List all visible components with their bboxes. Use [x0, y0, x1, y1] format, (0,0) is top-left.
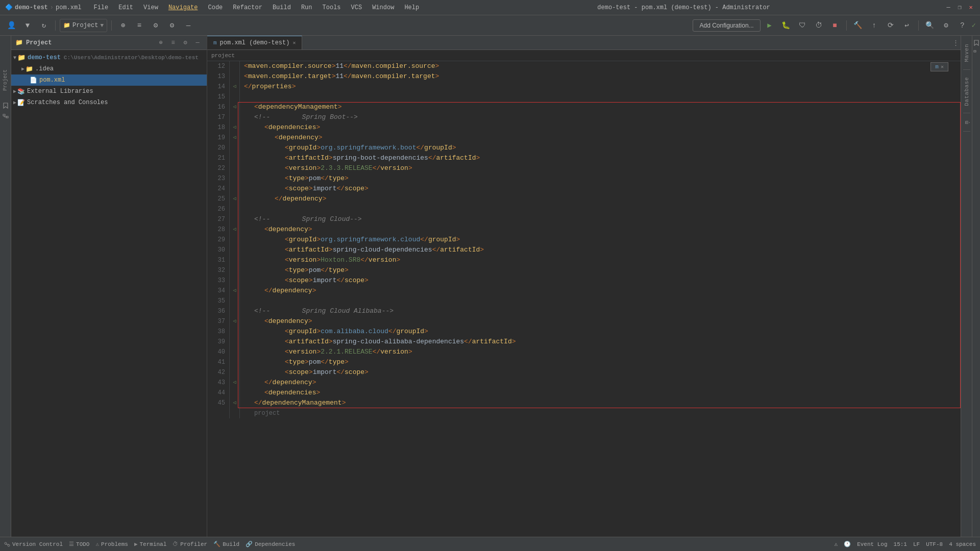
structure-icon-left[interactable]: [2, 113, 9, 120]
close-button[interactable]: ✕: [967, 4, 975, 12]
settings-icon[interactable]: ⚙: [149, 18, 163, 33]
todo-label: TODO: [76, 541, 89, 547]
history-button[interactable]: ⟳: [884, 18, 898, 33]
collapse-all-icon[interactable]: ≡: [132, 18, 146, 33]
menu-build[interactable]: Build: [268, 3, 295, 12]
gutter-34[interactable]: ◁: [230, 286, 239, 296]
menu-code[interactable]: Code: [204, 3, 227, 12]
line-ending-button[interactable]: LF: [913, 541, 920, 547]
encoding-button[interactable]: UTF-8: [926, 541, 943, 547]
maven-close-icon[interactable]: ✕: [941, 64, 944, 70]
gutter-28[interactable]: ◁: [230, 224, 239, 235]
database-tab[interactable]: Database: [963, 73, 971, 110]
terminal-icon: ▶: [134, 541, 138, 547]
gutter-24: [230, 184, 239, 194]
dependencies-button[interactable]: 🔗 Dependencies: [246, 541, 295, 547]
gutter-25[interactable]: ◁: [230, 194, 239, 204]
minimize-button[interactable]: —: [944, 4, 952, 12]
update-button[interactable]: ↑: [867, 18, 881, 33]
indent-button[interactable]: 4 spaces: [949, 541, 976, 547]
gutter-17: [230, 112, 239, 122]
menu-run[interactable]: Run: [297, 3, 316, 12]
tree-idea-item[interactable]: ▶ 📁 .idea: [11, 63, 207, 74]
gutter-33: [230, 276, 239, 286]
account-icon[interactable]: 👤: [4, 18, 18, 33]
position-indicator[interactable]: 15:1: [894, 541, 907, 547]
menu-help[interactable]: Help: [400, 3, 423, 12]
gutter-45[interactable]: ◁: [230, 398, 239, 408]
search-everywhere-icon[interactable]: 🔍: [923, 18, 937, 33]
settings2-icon[interactable]: ⚙: [939, 18, 953, 33]
panel-close-icon[interactable]: —: [192, 38, 203, 48]
build-button[interactable]: 🔨: [851, 18, 865, 33]
close-panel-icon[interactable]: —: [181, 18, 195, 33]
tree-pomxml-item[interactable]: 📄 pom.xml: [11, 74, 207, 86]
status-warning-icon[interactable]: ⚠: [835, 541, 838, 547]
build-button-status[interactable]: 🔨 Build: [213, 541, 239, 547]
menu-tools[interactable]: Tools: [318, 3, 345, 12]
gutter-43[interactable]: ◁: [230, 378, 239, 388]
sidebar-right-icon[interactable]: [973, 40, 979, 46]
terminal-button[interactable]: ▶ Terminal: [134, 541, 166, 547]
m-tab[interactable]: m̦: [962, 116, 971, 128]
tab-more-icon[interactable]: ⋮: [950, 36, 961, 50]
editor-content[interactable]: m ✕ 12 13 14 15 16 17 18 19 20 21 22 23: [207, 61, 961, 537]
menu-refactor[interactable]: Refactor: [229, 3, 266, 12]
gear-icon[interactable]: ⚙: [165, 18, 179, 33]
code-line-29: <groupId>org.springframework.cloud</grou…: [244, 235, 957, 245]
locate-icon[interactable]: ⊕: [116, 18, 130, 33]
scratches-label: Scratches and Consoles: [27, 99, 108, 106]
tab-pomxml[interactable]: m pom.xml (demo-test) ✕: [207, 36, 302, 49]
build-icon: 🔨: [213, 541, 220, 547]
menu-file[interactable]: File: [89, 3, 112, 12]
maven-tab[interactable]: Maven: [963, 40, 971, 66]
toolbar-dropdown[interactable]: ▼: [20, 18, 35, 33]
menu-vcs[interactable]: VCS: [347, 3, 366, 12]
tab-file-icon: m: [213, 40, 217, 46]
profile-button[interactable]: ⏱: [812, 18, 826, 33]
gutter-37[interactable]: ◁: [230, 316, 239, 327]
status-clock-icon[interactable]: 🕐: [844, 541, 851, 547]
panel-settings-icon[interactable]: ⚙: [180, 38, 190, 48]
run-button[interactable]: ▶: [763, 18, 777, 33]
problems-button[interactable]: ⚠ Problems: [95, 541, 128, 547]
tree-scratches-item[interactable]: ▶ 📝 Scratches and Consoles: [11, 97, 207, 108]
menu-navigate[interactable]: Navigate: [164, 3, 202, 12]
refresh-icon[interactable]: ↻: [37, 18, 51, 33]
todo-button[interactable]: ☰ TODO: [69, 541, 89, 547]
gutter-16[interactable]: ◁: [230, 102, 239, 112]
menu-window[interactable]: Window: [368, 3, 398, 12]
gutter-40: [230, 347, 239, 357]
stop-button[interactable]: ■: [828, 18, 842, 33]
gutter-14[interactable]: ◁: [230, 82, 239, 92]
menu-edit[interactable]: Edit: [114, 3, 137, 12]
project-panel-toggle[interactable]: Project: [2, 66, 9, 94]
code-lines[interactable]: <maven.compiler.source>11</maven.compile…: [240, 61, 961, 418]
gutter-19[interactable]: ◁: [230, 133, 239, 143]
menu-bar: File Edit View Navigate Code Refactor Bu…: [89, 3, 423, 12]
maven-panel-button[interactable]: m ✕: [930, 62, 948, 71]
help-icon[interactable]: ?: [955, 18, 970, 33]
bookmark-icon-left[interactable]: [2, 102, 9, 109]
tree-root-item[interactable]: ▼ 📁 demo-test C:\Users\Administrator\Des…: [11, 52, 207, 63]
locate-in-tree-icon[interactable]: ⊕: [156, 38, 166, 48]
add-configuration-button[interactable]: Add Configuration...: [693, 19, 760, 32]
project-selector[interactable]: 📁 Project ▼: [60, 19, 107, 32]
checkmark-icon: ✓: [972, 21, 976, 30]
tree-extlibs-item[interactable]: ▶ 📚 External Libraries: [11, 86, 207, 97]
profiler-button[interactable]: ⏱ Profiler: [173, 541, 207, 547]
maximize-button[interactable]: ❐: [955, 4, 964, 12]
gutter-18[interactable]: ◁: [230, 122, 239, 133]
collapse-icon[interactable]: ≡: [168, 38, 178, 48]
menu-view[interactable]: View: [139, 3, 162, 12]
line-ending-text: LF: [913, 541, 920, 547]
debug-button[interactable]: 🐛: [779, 18, 793, 33]
right-tab-sep: [963, 69, 970, 70]
structure-right-icon[interactable]: [973, 50, 979, 56]
restore-button[interactable]: ↩: [900, 18, 914, 33]
version-control-button[interactable]: Version Control: [4, 541, 63, 547]
event-log-button[interactable]: Event Log: [857, 541, 887, 547]
coverage-button[interactable]: 🛡: [795, 18, 810, 33]
code-line-38: <groupId>com.alibaba.cloud</groupId>: [244, 327, 957, 337]
tab-close-icon[interactable]: ✕: [292, 40, 296, 46]
